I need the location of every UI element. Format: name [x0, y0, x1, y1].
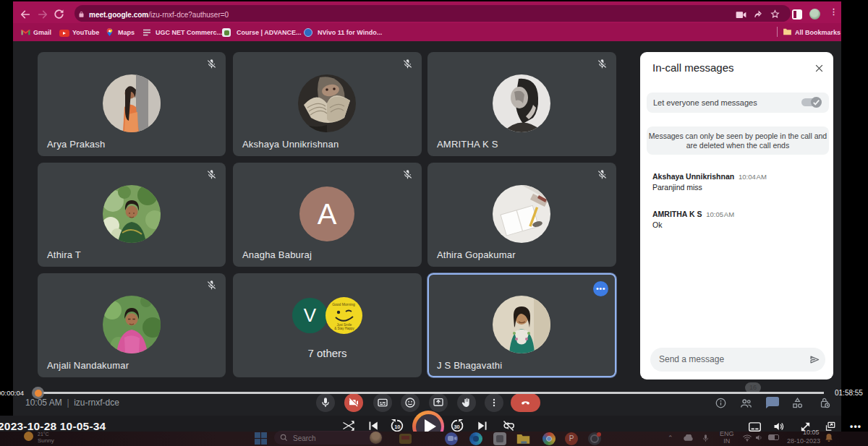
svg-text:30: 30 [454, 424, 460, 430]
svg-text:Good Morning: Good Morning [332, 302, 355, 306]
svg-text:10: 10 [394, 424, 400, 430]
svg-text:& Stay Happy: & Stay Happy [334, 327, 354, 330]
